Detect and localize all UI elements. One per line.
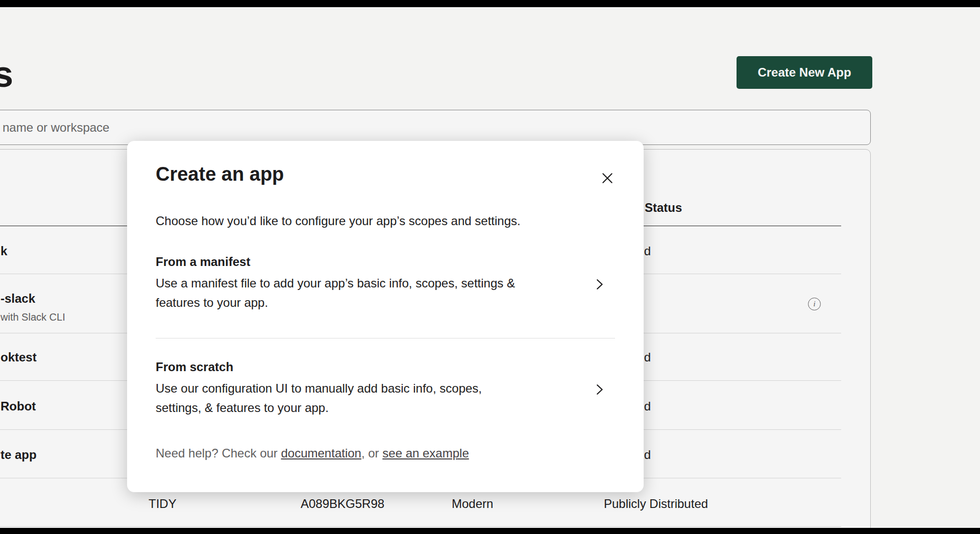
close-button[interactable] bbox=[598, 168, 617, 188]
creation-type-cell: Modern bbox=[452, 496, 493, 512]
create-app-modal: Create an app Choose how you’d like to c… bbox=[127, 141, 644, 492]
app-id-cell: A089BKG5R98 bbox=[301, 496, 384, 512]
see-example-link[interactable]: see an example bbox=[382, 446, 469, 460]
option-description: Use our configuration UI to manually add… bbox=[156, 379, 528, 418]
app-name-link[interactable]: Robot bbox=[1, 399, 36, 414]
app-name-link[interactable]: k bbox=[1, 244, 7, 259]
app-name-link[interactable]: oktest bbox=[1, 350, 37, 365]
app-name-link[interactable]: -slack bbox=[1, 291, 35, 306]
app-filter-input[interactable] bbox=[0, 110, 871, 145]
option-from-manifest[interactable]: From a manifest Use a manifest file to a… bbox=[156, 254, 615, 312]
help-text: Need help? Check our documentation, or s… bbox=[156, 446, 469, 460]
page-title: s bbox=[0, 53, 13, 95]
close-icon bbox=[599, 170, 616, 186]
row-divider bbox=[0, 526, 841, 527]
option-description: Use a manifest file to add your app’s ba… bbox=[156, 274, 528, 312]
bottom-bar bbox=[0, 528, 980, 534]
info-icon[interactable]: i bbox=[808, 298, 821, 310]
screen: s Create New App bution Status k stribut… bbox=[0, 0, 980, 534]
help-middle: , or bbox=[361, 446, 382, 460]
chevron-right-icon bbox=[592, 382, 607, 397]
modal-subtitle: Choose how you’d like to configure your … bbox=[156, 214, 605, 228]
option-heading: From a manifest bbox=[156, 254, 615, 270]
app-name-link[interactable]: TIDY bbox=[149, 496, 177, 512]
options-divider bbox=[156, 338, 615, 338]
option-from-scratch[interactable]: From scratch Use our configuration UI to… bbox=[156, 359, 615, 418]
app-subtitle: with Slack CLI bbox=[1, 310, 65, 324]
documentation-link[interactable]: documentation bbox=[281, 446, 361, 460]
app-name-link[interactable]: te app bbox=[1, 447, 37, 463]
top-bar bbox=[0, 0, 980, 7]
chevron-right-icon bbox=[592, 277, 607, 292]
help-prefix: Need help? Check our bbox=[156, 446, 281, 460]
modal-title: Create an app bbox=[156, 163, 284, 185]
option-heading: From scratch bbox=[156, 359, 615, 375]
create-new-app-button[interactable]: Create New App bbox=[737, 56, 872, 89]
distribution-status-cell: Publicly Distributed bbox=[604, 496, 708, 512]
